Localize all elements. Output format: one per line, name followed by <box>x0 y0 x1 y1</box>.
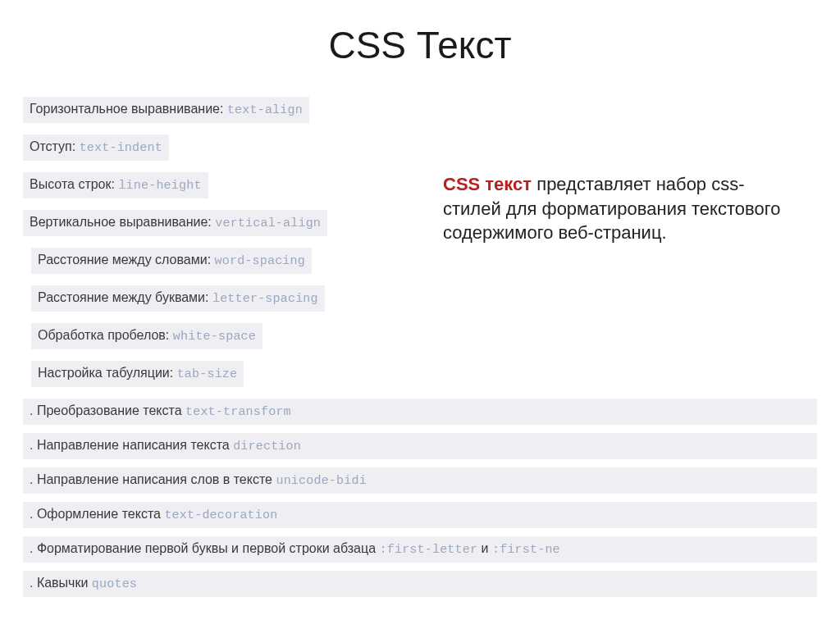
prop-row-text-align: Горизонтальное выравнивание: text-align <box>23 97 309 123</box>
prop-code: text-indent <box>80 141 162 155</box>
prop-row-text-indent: Отступ: text-indent <box>23 134 169 161</box>
prop-row-quotes: . Кавычки quotes <box>23 571 817 597</box>
prop-code: :first-ne <box>492 543 560 557</box>
slide-title: CSS Текст <box>0 23 840 67</box>
prop-code: tab-size <box>177 367 238 381</box>
prop-code: line-height <box>118 179 201 193</box>
prop-label: Направление написания слов в тексте <box>37 472 276 486</box>
prop-label: Преобразование текста <box>37 403 185 417</box>
prop-row-word-spacing: Расстояние между словами: word-spacing <box>31 248 312 274</box>
list-dot: . <box>30 507 37 521</box>
content-area: Горизонтальное выравнивание: text-align … <box>23 97 817 605</box>
prop-row-tab-size: Настройка табуляции: tab-size <box>31 361 244 387</box>
prop-code: white-space <box>173 330 256 344</box>
prop-code: word-spacing <box>215 254 305 268</box>
prop-label: Расстояние между словами: <box>38 253 215 267</box>
list-dot: . <box>30 576 37 590</box>
prop-label: Направление написания текста <box>37 438 233 452</box>
prop-code: direction <box>233 440 301 454</box>
prop-label: Оформление текста <box>37 507 164 521</box>
prop-label: Вертикальное выравнивание: <box>30 215 215 229</box>
prop-label: Форматирование первой буквы и первой стр… <box>37 541 380 555</box>
list-dot: . <box>30 403 37 417</box>
prop-row-text-decoration: . Оформление текста text-decoration <box>23 502 817 528</box>
prop-row-white-space: Обработка пробелов: white-space <box>31 323 262 349</box>
prop-row-text-transform: . Преобразование текста text-transform <box>23 399 817 425</box>
prop-code: vertical-align <box>215 217 321 230</box>
prop-code: text-align <box>227 103 303 117</box>
prop-label: Отступ: <box>30 139 80 153</box>
prop-label: Расстояние между буквами: <box>38 290 212 304</box>
prop-label: Настройка табуляции: <box>38 366 177 380</box>
prop-code: quotes <box>92 577 137 591</box>
prop-label: Горизонтальное выравнивание: <box>30 102 227 116</box>
prop-row-vertical-align: Вертикальное выравнивание: vertical-alig… <box>23 210 327 236</box>
prop-row-letter-spacing: Расстояние между буквами: letter-spacing <box>31 285 325 312</box>
prop-code: text-transform <box>185 405 291 419</box>
prop-row-line-height: Высота строк: line-height <box>23 172 208 198</box>
prop-row-direction: . Направление написания текста direction <box>23 433 817 459</box>
prop-row-unicode-bidi: . Направление написания слов в тексте un… <box>23 467 817 494</box>
prop-connector: и <box>482 541 492 555</box>
list-dot: . <box>30 541 37 555</box>
prop-code: unicode-bidi <box>276 474 366 488</box>
list-dot: . <box>30 438 37 452</box>
prop-label: Обработка пробелов: <box>38 328 173 342</box>
prop-label: Высота строк: <box>30 177 118 191</box>
prop-code: :first-letter <box>380 543 478 557</box>
prop-row-first-letter-line: . Форматирование первой буквы и первой с… <box>23 536 817 563</box>
prop-code: letter-spacing <box>212 292 318 306</box>
prop-label: Кавычки <box>37 576 92 590</box>
list-dot: . <box>30 472 37 486</box>
prop-code: text-decoration <box>164 508 277 522</box>
